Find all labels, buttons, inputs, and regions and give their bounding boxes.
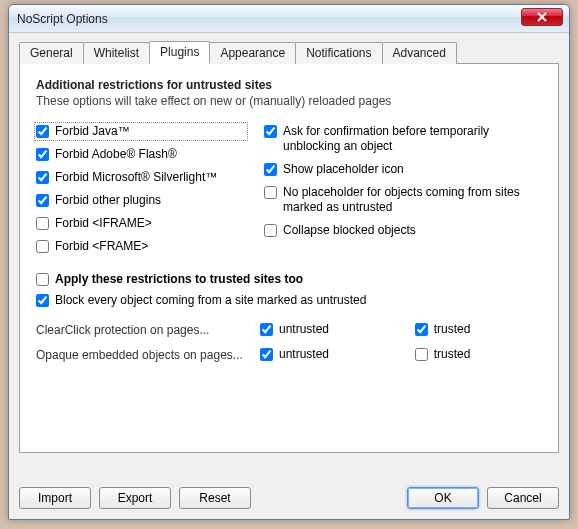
- checkbox-label: Apply these restrictions to trusted site…: [55, 272, 303, 287]
- checkbox-input[interactable]: [264, 125, 277, 138]
- tab-whitelist[interactable]: Whitelist: [83, 42, 150, 64]
- checkbox-label: trusted: [434, 322, 471, 337]
- checkbox-show-placeholder[interactable]: Show placeholder icon: [264, 162, 542, 177]
- checkbox-opaque-untrusted[interactable]: untrusted: [260, 347, 401, 362]
- checkbox-label: Forbid Java™: [55, 124, 130, 139]
- tab-bar: General Whitelist Plugins Appearance Not…: [19, 41, 559, 64]
- checkbox-input[interactable]: [264, 163, 277, 176]
- checkbox-label: No placeholder for objects coming from s…: [283, 185, 524, 215]
- opaque-label: Opaque embedded objects on pages...: [36, 348, 246, 362]
- checkbox-clearclick-untrusted[interactable]: untrusted: [260, 322, 401, 337]
- checkbox-forbid-iframe[interactable]: Forbid <IFRAME>: [36, 216, 246, 231]
- checkbox-input[interactable]: [36, 148, 49, 161]
- import-button[interactable]: Import: [19, 487, 91, 509]
- checkbox-input[interactable]: [415, 348, 428, 361]
- checkbox-input[interactable]: [36, 217, 49, 230]
- section-heading: Additional restrictions for untrusted si…: [36, 78, 542, 92]
- ok-button[interactable]: OK: [407, 487, 479, 509]
- close-icon: [537, 12, 547, 22]
- checkbox-label: trusted: [434, 347, 471, 362]
- button-row: Import Export Reset OK Cancel: [19, 487, 559, 509]
- export-button[interactable]: Export: [99, 487, 171, 509]
- tab-panel-plugins: Additional restrictions for untrusted si…: [19, 63, 559, 453]
- checkbox-input[interactable]: [260, 348, 273, 361]
- checkbox-label: untrusted: [279, 347, 329, 362]
- checkbox-input[interactable]: [264, 186, 277, 199]
- checkbox-label: untrusted: [279, 322, 329, 337]
- checkbox-no-placeholder-untrusted[interactable]: No placeholder for objects coming from s…: [264, 185, 524, 215]
- checkbox-forbid-silverlight[interactable]: Forbid Microsoft® Silverlight™: [36, 170, 246, 185]
- checkbox-input[interactable]: [36, 171, 49, 184]
- checkbox-label: Show placeholder icon: [283, 162, 404, 177]
- checkbox-opaque-trusted[interactable]: trusted: [415, 347, 542, 362]
- checkbox-label: Collapse blocked objects: [283, 223, 416, 238]
- titlebar[interactable]: NoScript Options: [9, 5, 569, 33]
- checkbox-label: Forbid other plugins: [55, 193, 161, 208]
- checkbox-label: Forbid Microsoft® Silverlight™: [55, 170, 217, 185]
- tab-general[interactable]: General: [19, 42, 84, 64]
- checkbox-input[interactable]: [264, 224, 277, 237]
- checkbox-block-untrusted[interactable]: Block every object coming from a site ma…: [36, 293, 542, 308]
- checkbox-input[interactable]: [36, 240, 49, 253]
- checkbox-input[interactable]: [36, 125, 49, 138]
- checkbox-input[interactable]: [36, 273, 49, 286]
- checkbox-input[interactable]: [36, 194, 49, 207]
- checkbox-label: Forbid <IFRAME>: [55, 216, 152, 231]
- dialog-window: NoScript Options General Whitelist Plugi…: [8, 4, 570, 520]
- tab-notifications[interactable]: Notifications: [295, 42, 382, 64]
- checkbox-forbid-java[interactable]: Forbid Java™: [36, 124, 246, 139]
- checkbox-label: Forbid <FRAME>: [55, 239, 148, 254]
- window-title: NoScript Options: [17, 12, 108, 26]
- checkbox-input[interactable]: [36, 294, 49, 307]
- clearclick-label: ClearClick protection on pages...: [36, 323, 246, 337]
- section-subtitle: These options will take effect on new or…: [36, 94, 542, 108]
- checkbox-ask-confirm[interactable]: Ask for confirmation before temporarily …: [264, 124, 524, 154]
- checkbox-label: Forbid Adobe® Flash®: [55, 147, 177, 162]
- cancel-button[interactable]: Cancel: [487, 487, 559, 509]
- tab-advanced[interactable]: Advanced: [382, 42, 457, 64]
- tab-appearance[interactable]: Appearance: [209, 42, 296, 64]
- checkbox-forbid-other[interactable]: Forbid other plugins: [36, 193, 246, 208]
- reset-button[interactable]: Reset: [179, 487, 251, 509]
- checkbox-apply-trusted[interactable]: Apply these restrictions to trusted site…: [36, 272, 542, 287]
- checkbox-input[interactable]: [260, 323, 273, 336]
- checkbox-forbid-flash[interactable]: Forbid Adobe® Flash®: [36, 147, 246, 162]
- checkbox-input[interactable]: [415, 323, 428, 336]
- checkbox-forbid-frame[interactable]: Forbid <FRAME>: [36, 239, 246, 254]
- client-area: General Whitelist Plugins Appearance Not…: [9, 33, 569, 463]
- checkbox-clearclick-trusted[interactable]: trusted: [415, 322, 542, 337]
- tab-plugins[interactable]: Plugins: [149, 41, 210, 64]
- checkbox-label: Block every object coming from a site ma…: [55, 293, 366, 308]
- checkbox-label: Ask for confirmation before temporarily …: [283, 124, 524, 154]
- checkbox-collapse-blocked[interactable]: Collapse blocked objects: [264, 223, 542, 238]
- close-button[interactable]: [521, 8, 563, 26]
